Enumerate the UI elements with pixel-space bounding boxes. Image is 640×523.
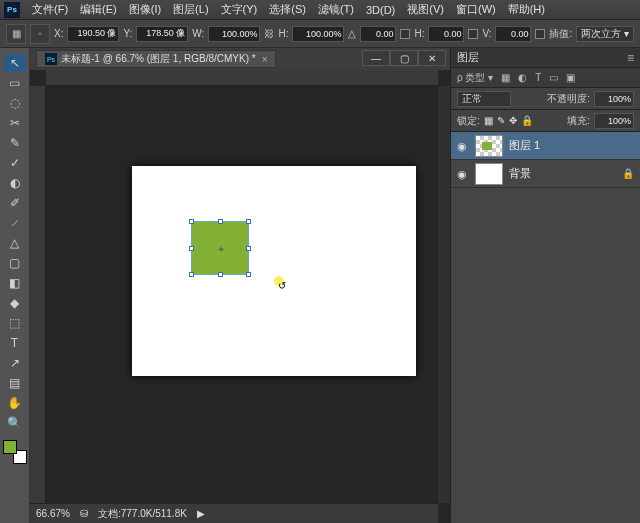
lock-trans-icon[interactable]: ▦ [484, 115, 493, 126]
interp-dropdown[interactable]: 两次立方 ▾ [576, 26, 634, 42]
handle-ml[interactable] [189, 246, 194, 251]
skew-h-field[interactable]: 0.00 [428, 26, 464, 42]
tool-pen[interactable]: ⬚ [4, 314, 26, 332]
tool-shape[interactable]: ▤ [4, 374, 26, 392]
menu-file[interactable]: 文件(F) [26, 2, 74, 17]
tool-path-select[interactable]: ↗ [4, 354, 26, 372]
tool-eyedropper[interactable]: ✎ [4, 134, 26, 152]
window-close[interactable]: ✕ [418, 50, 446, 66]
x-label: X: [54, 28, 63, 39]
layer-thumb[interactable] [475, 163, 503, 185]
fill-label: 填充: [567, 114, 590, 128]
opacity-field[interactable]: 100% [594, 91, 634, 107]
visibility-icon[interactable]: ◉ [457, 168, 469, 180]
menu-layer[interactable]: 图层(L) [167, 2, 214, 17]
handle-bc[interactable] [218, 272, 223, 277]
layer-row[interactable]: ◉ 背景 🔒 [451, 160, 640, 188]
x-field[interactable]: 190.50 像 [67, 26, 119, 42]
handle-tr[interactable] [246, 219, 251, 224]
status-bar: 66.67% ⛁ 文档:777.0K/511.8K ▶ [30, 503, 438, 523]
filter-pixel-icon[interactable]: ▦ [501, 72, 510, 83]
menu-window[interactable]: 窗口(W) [450, 2, 502, 17]
status-arrow-icon[interactable]: ▶ [197, 508, 205, 519]
menu-select[interactable]: 选择(S) [263, 2, 312, 17]
layer-name[interactable]: 图层 1 [509, 138, 540, 153]
tool-zoom[interactable]: 🔍 [4, 414, 26, 432]
window-maximize[interactable]: ▢ [390, 50, 418, 66]
tool-lasso[interactable]: ◌ [4, 94, 26, 112]
lock-pos-icon[interactable]: ✥ [509, 115, 517, 126]
skew-v-check[interactable] [535, 29, 545, 39]
reference-point-icon[interactable]: ▫ [30, 24, 50, 44]
handle-br[interactable] [246, 272, 251, 277]
layer-row[interactable]: ◉ 图层 1 [451, 132, 640, 160]
lock-paint-icon[interactable]: ✎ [497, 115, 505, 126]
canvas-offscreen[interactable]: ✦ ↺ [46, 86, 438, 503]
tool-type[interactable]: T [4, 334, 26, 352]
menu-3d[interactable]: 3D(D) [360, 4, 401, 16]
filter-shape-icon[interactable]: ▭ [549, 72, 558, 83]
menu-view[interactable]: 视图(V) [401, 2, 450, 17]
y-label: Y: [123, 28, 132, 39]
fg-color-swatch[interactable] [3, 440, 17, 454]
handle-tc[interactable] [218, 219, 223, 224]
menu-help[interactable]: 帮助(H) [502, 2, 551, 17]
panel-menu-icon[interactable]: ≡ [627, 51, 634, 65]
tool-stamp[interactable]: ✐ [4, 194, 26, 212]
doc-info[interactable]: 文档:777.0K/511.8K [98, 507, 187, 521]
angle-field[interactable]: 0.00 [360, 26, 396, 42]
tab-close-icon[interactable]: × [262, 54, 268, 65]
layers-panel-tab[interactable]: 图层 ≡ [451, 48, 640, 68]
tool-gradient[interactable]: ▢ [4, 254, 26, 272]
handle-bl[interactable] [189, 272, 194, 277]
menu-filter[interactable]: 滤镜(T) [312, 2, 360, 17]
tool-move[interactable]: ↖ [4, 54, 26, 72]
document-tab-title: 未标题-1 @ 66.7% (图层 1, RGB/8/CMYK) * [61, 52, 256, 66]
handle-mr[interactable] [246, 246, 251, 251]
fill-field[interactable]: 100% [594, 113, 634, 129]
tool-marquee[interactable]: ▭ [4, 74, 26, 92]
tool-hand[interactable]: ✋ [4, 394, 26, 412]
ruler-vertical[interactable] [30, 86, 46, 503]
tool-dodge[interactable]: ◆ [4, 294, 26, 312]
tool-history-brush[interactable]: ⟋ [4, 214, 26, 232]
filter-type-icon[interactable]: T [535, 72, 541, 83]
canvas-page[interactable]: ✦ ↺ [132, 166, 416, 376]
zoom-level[interactable]: 66.67% [36, 508, 70, 519]
color-swatches[interactable] [3, 440, 27, 464]
blend-mode-dropdown[interactable]: 正常 [457, 91, 511, 107]
transform-bbox[interactable]: ✦ [191, 221, 249, 275]
w-field[interactable]: 100.00% [208, 26, 260, 42]
window-minimize[interactable]: — [362, 50, 390, 66]
menu-edit[interactable]: 编辑(E) [74, 2, 123, 17]
angle-check[interactable] [400, 29, 410, 39]
layer-thumb[interactable] [475, 135, 503, 157]
skew-v-field[interactable]: 0.00 [495, 26, 531, 42]
scrollbar-vertical[interactable] [438, 86, 450, 503]
layer-name[interactable]: 背景 [509, 166, 531, 181]
rotate-cursor: ↺ [276, 278, 288, 290]
y-field[interactable]: 178.50 像 [136, 26, 188, 42]
document-tab[interactable]: Ps 未标题-1 @ 66.7% (图层 1, RGB/8/CMYK) * × [36, 50, 276, 68]
tool-crop[interactable]: ✂ [4, 114, 26, 132]
filter-kind-dropdown[interactable]: ρ 类型 ▾ [457, 71, 493, 85]
skew-h-check[interactable] [468, 29, 478, 39]
filter-adjust-icon[interactable]: ◐ [518, 72, 527, 83]
tool-heal[interactable]: ✓ [4, 154, 26, 172]
h-label: H: [278, 28, 288, 39]
ruler-horizontal[interactable] [46, 70, 438, 86]
h-field[interactable]: 100.00% [292, 26, 344, 42]
menu-image[interactable]: 图像(I) [123, 2, 167, 17]
handle-tl[interactable] [189, 219, 194, 224]
transform-ref-icon[interactable]: ▦ [6, 24, 26, 44]
tool-eraser[interactable]: △ [4, 234, 26, 252]
w-label: W: [192, 28, 204, 39]
menu-type[interactable]: 文字(Y) [215, 2, 264, 17]
visibility-icon[interactable]: ◉ [457, 140, 469, 152]
tool-brush[interactable]: ◐ [4, 174, 26, 192]
filter-smart-icon[interactable]: ▣ [566, 72, 575, 83]
lock-all-icon[interactable]: 🔒 [521, 115, 533, 126]
link-icon[interactable]: ⛓ [264, 28, 274, 39]
canvas-wrap: ✦ ↺ 66.67% ⛁ 文档:777.0K/511.8K ▶ [30, 70, 450, 523]
tool-blur[interactable]: ◧ [4, 274, 26, 292]
